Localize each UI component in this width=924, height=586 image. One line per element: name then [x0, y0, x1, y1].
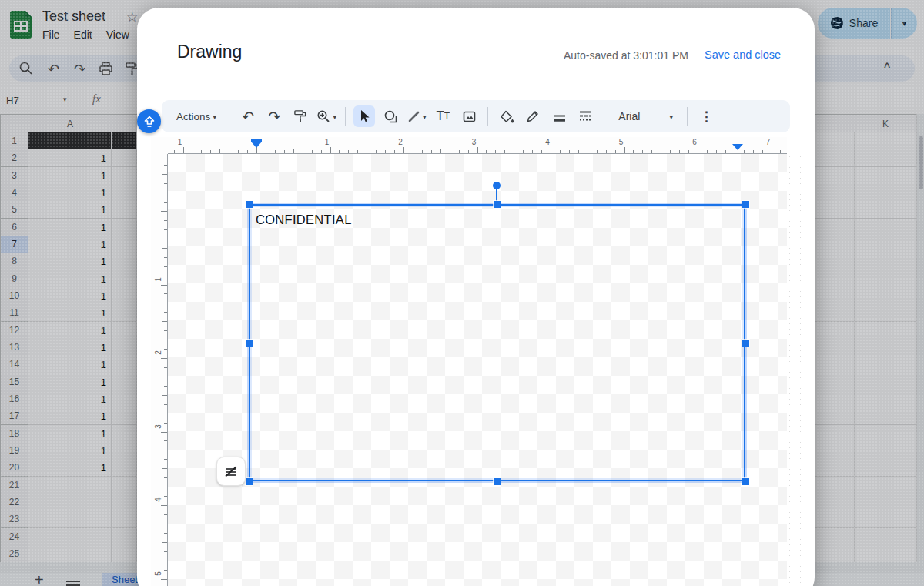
cell-b22[interactable]: [112, 494, 137, 511]
border-color-button[interactable]: [522, 105, 544, 127]
cell-a22[interactable]: [28, 494, 112, 511]
cell-b21[interactable]: [112, 477, 137, 494]
share-dropdown-button[interactable]: ▾: [891, 8, 917, 39]
menu-view[interactable]: View: [106, 28, 129, 41]
cell-j17[interactable]: [815, 407, 855, 425]
cell-b6[interactable]: [112, 219, 137, 236]
name-box[interactable]: H7: [6, 95, 19, 106]
sheets-logo-icon[interactable]: [10, 11, 32, 42]
cell-k16[interactable]: [855, 390, 916, 408]
cell-a9[interactable]: 1: [28, 270, 112, 288]
cell-j10[interactable]: [815, 287, 855, 305]
row-header-18[interactable]: 18: [0, 425, 28, 443]
row-header-13[interactable]: 13: [0, 339, 28, 357]
cell-k13[interactable]: [855, 339, 916, 357]
cell-j8[interactable]: [815, 253, 855, 270]
cell-j12[interactable]: [815, 322, 855, 340]
cell-b9[interactable]: [112, 270, 137, 288]
cell-k6[interactable]: [855, 219, 916, 236]
row-header-16[interactable]: 16: [0, 390, 28, 408]
shape-tool-button[interactable]: [380, 105, 401, 127]
cell-b3[interactable]: [112, 167, 137, 185]
cell-a13[interactable]: 1: [28, 339, 112, 357]
cell-k2[interactable]: [855, 149, 916, 167]
row-header-12[interactable]: 12: [0, 322, 28, 340]
row-header-15[interactable]: 15: [0, 373, 28, 391]
actions-menu-button[interactable]: Actions ▾: [172, 105, 221, 127]
cell-j16[interactable]: [815, 390, 855, 408]
cell-a17[interactable]: 1: [28, 407, 112, 425]
column-header-b[interactable]: [112, 114, 138, 134]
cell-k3[interactable]: [855, 167, 916, 185]
row-header-7[interactable]: 7: [0, 236, 28, 253]
cell-k22[interactable]: [855, 494, 916, 511]
cell-a6[interactable]: 1: [28, 219, 112, 236]
row-header-23[interactable]: 23: [0, 511, 28, 528]
cell-j18[interactable]: [815, 425, 855, 443]
cell-b16[interactable]: [112, 390, 137, 408]
toolbar-collapse-button[interactable]: ^: [884, 61, 890, 73]
row-header-22[interactable]: 22: [0, 494, 28, 511]
column-header-k[interactable]: K: [855, 114, 917, 134]
cell-b11[interactable]: [112, 304, 137, 322]
cell-a24[interactable]: [28, 528, 112, 546]
row-header-21[interactable]: 21: [0, 477, 28, 494]
cell-a21[interactable]: [28, 477, 112, 494]
paint-format-button[interactable]: [290, 105, 311, 127]
cell-a19[interactable]: 1: [28, 442, 112, 460]
resize-handle[interactable]: [246, 478, 253, 485]
insert-image-button[interactable]: [458, 105, 480, 127]
cell-b19[interactable]: [112, 442, 137, 460]
cell-a12[interactable]: 1: [28, 322, 112, 340]
menu-file[interactable]: File: [42, 28, 60, 41]
cell-k11[interactable]: [855, 304, 916, 322]
cell-b4[interactable]: [112, 184, 137, 202]
select-all-corner[interactable]: [0, 114, 30, 134]
cell-k20[interactable]: [855, 459, 916, 477]
cell-j15[interactable]: [815, 373, 855, 391]
row-header-1[interactable]: 1: [0, 132, 28, 150]
cell-k9[interactable]: [855, 270, 916, 288]
rotation-handle[interactable]: [493, 182, 500, 189]
fill-color-button[interactable]: [496, 105, 517, 127]
cell-j25[interactable]: [815, 545, 855, 563]
more-options-button[interactable]: ⋮: [695, 105, 717, 127]
cell-b1[interactable]: [112, 132, 137, 150]
cell-b8[interactable]: [112, 253, 137, 270]
resize-handle[interactable]: [246, 340, 253, 347]
cell-k4[interactable]: [855, 184, 916, 202]
vertical-scrollbar[interactable]: [916, 114, 924, 562]
cell-j5[interactable]: [815, 201, 855, 219]
cell-j7[interactable]: [815, 236, 855, 253]
cell-j13[interactable]: [815, 339, 855, 357]
resize-handle[interactable]: [742, 478, 749, 485]
document-title[interactable]: Test sheet: [42, 8, 105, 25]
row-header-8[interactable]: 8: [0, 253, 28, 270]
search-icon[interactable]: [18, 61, 33, 75]
cell-j6[interactable]: [815, 219, 855, 236]
share-button[interactable]: Share: [818, 8, 890, 39]
cell-a3[interactable]: 1: [28, 167, 112, 185]
cell-b14[interactable]: [112, 356, 137, 373]
resize-handle[interactable]: [494, 201, 500, 208]
cell-k1[interactable]: [855, 132, 916, 150]
all-sheets-icon[interactable]: [66, 578, 80, 586]
cell-b15[interactable]: [112, 373, 137, 391]
cell-j4[interactable]: [815, 184, 855, 202]
cell-k10[interactable]: [855, 287, 916, 305]
cell-k25[interactable]: [855, 545, 916, 563]
cell-a1[interactable]: [28, 132, 112, 150]
row-header-20[interactable]: 20: [0, 459, 28, 477]
text-tool-button[interactable]: TT: [432, 105, 454, 127]
resize-handle[interactable]: [246, 201, 253, 208]
selected-text-box[interactable]: [249, 204, 745, 481]
cell-b18[interactable]: [112, 425, 137, 443]
cell-j14[interactable]: [815, 356, 855, 373]
cell-a16[interactable]: 1: [28, 390, 112, 408]
cell-k7[interactable]: [855, 236, 916, 253]
resize-handle[interactable]: [742, 201, 749, 208]
cell-a5[interactable]: 1: [28, 201, 112, 219]
cell-k17[interactable]: [855, 407, 916, 425]
resize-handle[interactable]: [494, 478, 500, 485]
cell-b2[interactable]: [112, 149, 137, 167]
